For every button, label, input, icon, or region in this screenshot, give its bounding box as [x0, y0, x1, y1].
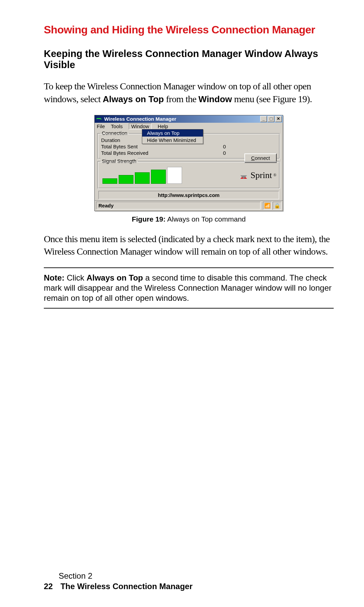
- paragraph-2: Once this menu item is selected (indicat…: [44, 233, 334, 258]
- minimize-button[interactable]: _: [260, 116, 267, 122]
- section-heading: Showing and Hiding the Wireless Connecti…: [44, 24, 334, 36]
- bold-text: Window: [199, 94, 232, 104]
- note-separator-top: [44, 267, 334, 268]
- menu-bar: File Tools Window Help: [95, 123, 283, 130]
- menu-item-always-on-top[interactable]: Always on Top: [142, 129, 203, 137]
- close-button[interactable]: ✕: [275, 116, 282, 122]
- app-window: Wireless Connection Manager _ ▢ ✕ File T…: [94, 115, 283, 211]
- footer-page-number: 22: [44, 582, 53, 591]
- intro-paragraph: To keep the Wireless Connection Manager …: [44, 80, 334, 106]
- signal-bar-4: [151, 170, 166, 184]
- menu-help[interactable]: Help: [158, 123, 168, 129]
- sprint-text: Sprint: [250, 170, 272, 180]
- bold-text: Always on Top: [103, 94, 164, 104]
- bytes-sent-value: 0: [223, 144, 226, 149]
- bytes-sent-label: Total Bytes Sent: [101, 144, 138, 149]
- title-bar[interactable]: Wireless Connection Manager _ ▢ ✕: [95, 115, 283, 123]
- signal-strength-title: Signal Strength: [100, 158, 138, 164]
- menu-file[interactable]: File: [97, 123, 105, 129]
- subsection-heading: Keeping the Wireless Connection Manager …: [44, 48, 334, 70]
- bytes-received-label: Total Bytes Received: [101, 150, 148, 156]
- duration-label: Duration: [101, 137, 120, 143]
- note-paragraph: Note: Click Always on Top a second time …: [44, 273, 334, 303]
- signal-bar-3: [135, 172, 150, 184]
- tray-icon-lock[interactable]: 🔒: [273, 202, 281, 210]
- signal-bars: [102, 167, 182, 184]
- menu-item-hide-when-minimized[interactable]: Hide When Minimized: [142, 137, 203, 144]
- bold-text: Always on Top: [87, 273, 143, 282]
- maximize-button[interactable]: ▢: [268, 116, 274, 122]
- text: menu (see Figure 19).: [232, 94, 312, 104]
- app-icon: [96, 117, 102, 121]
- figure: Wireless Connection Manager _ ▢ ✕ File T…: [44, 115, 334, 211]
- window-client-area: Always on Top Hide When Minimized Connec…: [95, 130, 283, 199]
- text: Click: [64, 273, 86, 282]
- signal-bar-2: [119, 175, 133, 184]
- note-label: Note:: [44, 273, 64, 282]
- url-bar[interactable]: http://www.sprintpcs.com: [98, 191, 279, 199]
- window-menu-dropdown: Always on Top Hide When Minimized: [142, 129, 203, 144]
- connection-group-title: Connection: [100, 130, 129, 136]
- page-footer: Section 2 22 The Wireless Connection Man…: [44, 571, 192, 591]
- note-separator-bottom: [44, 308, 334, 309]
- status-bar: Ready 📶 🔒: [95, 200, 283, 211]
- bytes-received-value: 0: [223, 150, 226, 156]
- sprint-logo: Sprint®: [240, 170, 276, 180]
- footer-chapter: The Wireless Connection Manager: [60, 582, 192, 591]
- footer-section: Section 2: [59, 571, 192, 581]
- signal-bar-5: [167, 167, 182, 184]
- signal-strength-group: Signal Strength: [97, 161, 280, 189]
- status-text: Ready: [96, 202, 261, 209]
- window-title: Wireless Connection Manager: [104, 116, 260, 122]
- menu-tools[interactable]: Tools: [111, 123, 123, 129]
- menu-window[interactable]: Window: [129, 123, 151, 129]
- tray-icon-signal[interactable]: 📶: [263, 202, 272, 210]
- text: from the: [164, 94, 199, 104]
- figure-caption: Figure 19: Always on Top command: [44, 215, 334, 223]
- signal-bar-1: [102, 178, 117, 184]
